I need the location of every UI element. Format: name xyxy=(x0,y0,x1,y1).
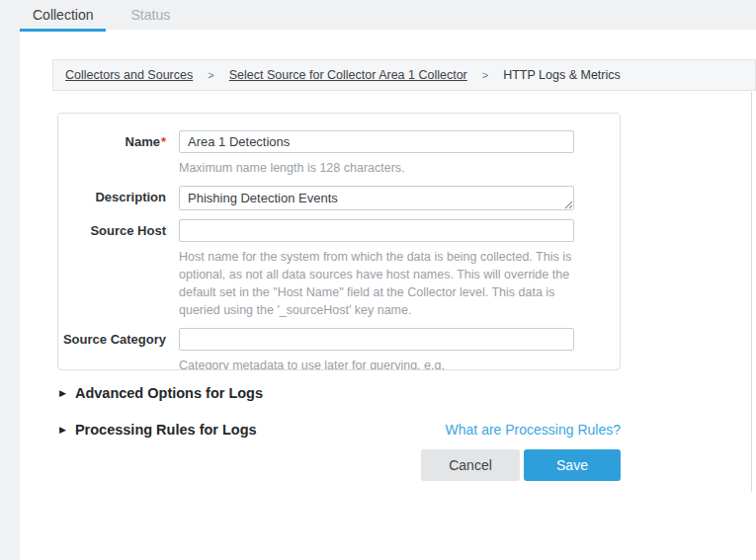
name-label: Name* xyxy=(58,130,179,177)
form-row-name: Name* Maximum name length is 128 charact… xyxy=(58,130,620,177)
processing-rules-row: ▶ Processing Rules for Logs What are Pro… xyxy=(59,422,621,438)
source-host-input[interactable] xyxy=(179,219,574,242)
breadcrumb-separator: > xyxy=(208,69,213,81)
tab-bar: Collection Status xyxy=(0,0,756,30)
collapsed-arrow-icon: ▶ xyxy=(59,426,66,435)
tab-status[interactable]: Status xyxy=(118,0,183,32)
form-row-source-host: Source Host Host name for the system fro… xyxy=(58,219,620,319)
description-textarea[interactable]: Phishing Detection Events xyxy=(179,186,574,210)
breadcrumb-current-http-logs-metrics: HTTP Logs & Metrics xyxy=(503,68,621,82)
source-category-label: Source Category xyxy=(58,328,179,370)
source-host-help-text: Host name for the system from which the … xyxy=(179,248,574,319)
content-page: Collectors and Sources > Select Source f… xyxy=(20,30,756,560)
form-row-description: Description Phishing Detection Events xyxy=(58,186,620,210)
cancel-button[interactable]: Cancel xyxy=(421,449,520,481)
name-label-text: Name xyxy=(126,134,160,149)
breadcrumb-separator: > xyxy=(482,69,488,81)
what-are-processing-rules-link[interactable]: What are Processing Rules? xyxy=(446,422,621,438)
required-asterisk: * xyxy=(161,134,166,149)
advanced-options-title: Advanced Options for Logs xyxy=(75,385,263,401)
name-input[interactable] xyxy=(179,130,574,153)
source-category-help-text: Category metadata to use later for query… xyxy=(179,357,574,370)
processing-rules-section[interactable]: ▶ Processing Rules for Logs xyxy=(59,422,257,438)
source-category-input[interactable] xyxy=(179,328,574,351)
form-actions: Cancel Save xyxy=(421,449,621,481)
save-button[interactable]: Save xyxy=(524,449,621,481)
tab-collection[interactable]: Collection xyxy=(20,0,106,32)
processing-rules-title: Processing Rules for Logs xyxy=(75,422,257,438)
source-form-panel: Name* Maximum name length is 128 charact… xyxy=(57,113,621,370)
breadcrumb-collectors-and-sources[interactable]: Collectors and Sources xyxy=(65,68,193,82)
source-host-label: Source Host xyxy=(58,219,179,319)
breadcrumb-select-source[interactable]: Select Source for Collector Area 1 Colle… xyxy=(229,68,467,82)
form-row-source-category: Source Category Category metadata to use… xyxy=(58,328,620,370)
name-help-text: Maximum name length is 128 characters. xyxy=(179,159,574,177)
description-label: Description xyxy=(58,186,179,210)
advanced-options-section[interactable]: ▶ Advanced Options for Logs xyxy=(59,385,263,401)
content-right-border xyxy=(751,92,752,492)
breadcrumb: Collectors and Sources > Select Source f… xyxy=(52,59,756,91)
collapsed-arrow-icon: ▶ xyxy=(59,389,66,398)
